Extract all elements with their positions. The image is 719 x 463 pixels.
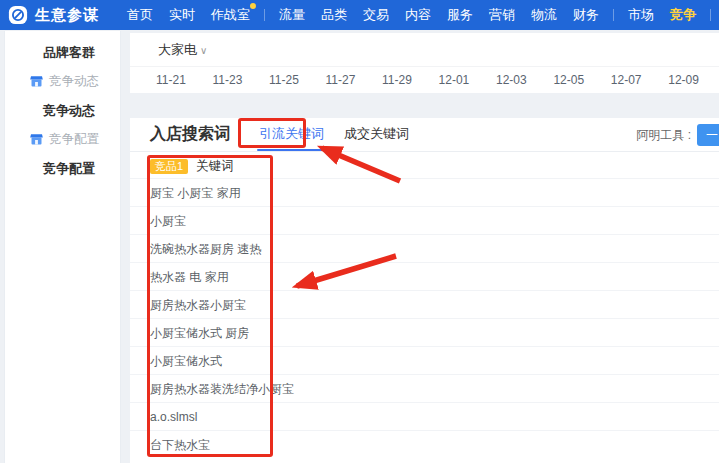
search-keywords-card: 入店搜索词 引流关键词 成交关键词 阿明工具 : 一 竞品1 关键词 厨宝 小厨… xyxy=(130,118,719,463)
notification-dot xyxy=(250,3,256,9)
nav-item-category[interactable]: 品类 xyxy=(313,0,355,30)
sidebar-item-competition-config-link[interactable]: 竞争配置 xyxy=(5,125,120,154)
keyword-row[interactable]: 厨房热水器小厨宝 xyxy=(130,290,719,318)
sidebar-item-competition-trends-link[interactable]: 竞争动态 xyxy=(5,67,120,96)
keyword-row[interactable]: 厨宝 小厨宝 家用 xyxy=(130,178,719,206)
tools-area: 阿明工具 : 一 xyxy=(636,118,719,152)
brand-name: 生意参谋 xyxy=(35,6,99,25)
search-section-header: 入店搜索词 引流关键词 成交关键词 阿明工具 : 一 xyxy=(130,118,719,152)
keyword-row[interactable]: 小厨宝 xyxy=(130,206,719,234)
active-tab-underline xyxy=(257,149,326,151)
axis-tick: 11-25 xyxy=(269,73,299,87)
nav-item-home[interactable]: 首页 xyxy=(119,0,161,30)
date-axis: 11-21 11-23 11-25 11-27 11-29 12-01 12-0… xyxy=(130,67,719,92)
keyword-row[interactable]: a.o.slmsl xyxy=(130,402,719,430)
nav-menu: 首页 实时 作战室 流量 品类 交易 内容 服务 营销 物流 财务 市场 竞争 xyxy=(119,0,717,30)
sidebar-item-brand-audience[interactable]: 品牌客群 xyxy=(5,38,120,67)
sidebar-item-competition-config[interactable]: 竞争配置 xyxy=(5,154,120,183)
axis-tick: 12-05 xyxy=(553,73,584,87)
nav-item-marketing[interactable]: 营销 xyxy=(481,0,523,30)
nav-divider xyxy=(710,9,711,21)
nav-item-realtime[interactable]: 实时 xyxy=(161,0,203,30)
axis-tick: 11-27 xyxy=(326,73,356,87)
tools-label: 阿明工具 : xyxy=(636,127,691,144)
nav-divider xyxy=(613,9,614,21)
nav-item-content[interactable]: 内容 xyxy=(397,0,439,30)
axis-tick: 12-01 xyxy=(439,73,470,87)
sidebar-item-label: 竞争配置 xyxy=(49,131,99,148)
keyword-row[interactable]: 小厨宝储水式 厨房 xyxy=(130,318,719,346)
nav-item-market[interactable]: 市场 xyxy=(620,0,662,30)
sidebar-item-label: 竞争动态 xyxy=(49,73,99,90)
nav-item-warroom[interactable]: 作战室 xyxy=(203,0,258,30)
brand[interactable]: 生意参谋 xyxy=(0,5,99,25)
shop-icon xyxy=(30,75,43,88)
timeline-card: 大家电∨ 11-21 11-23 11-25 11-27 11-29 12-01… xyxy=(130,33,719,93)
chevron-down-icon: ∨ xyxy=(200,45,207,56)
nav-item-traffic[interactable]: 流量 xyxy=(271,0,313,30)
keyword-row[interactable]: 台下热水宝 xyxy=(130,430,719,458)
tool-button[interactable]: 一 xyxy=(697,124,719,146)
axis-tick: 11-23 xyxy=(213,73,243,87)
keyword-tabs: 引流关键词 成交关键词 xyxy=(257,118,411,152)
nav-item-finance[interactable]: 财务 xyxy=(565,0,607,30)
nav-item-logistics[interactable]: 物流 xyxy=(523,0,565,30)
shop-icon xyxy=(30,133,43,146)
nav-item-competition[interactable]: 竞争 xyxy=(662,0,704,30)
axis-tick: 12-07 xyxy=(611,73,642,87)
column-header-keyword: 关键词 xyxy=(196,158,234,175)
sidebar: 品牌客群 竞争动态 竞争动态 竞争配置 竞争配置 xyxy=(4,31,121,463)
keyword-table-header: 竞品1 关键词 xyxy=(130,155,719,178)
axis-tick: 11-21 xyxy=(156,73,186,87)
keyword-row[interactable]: 小厨宝储水式 xyxy=(130,346,719,374)
tab-transaction-keywords[interactable]: 成交关键词 xyxy=(342,118,411,152)
nav-item-trade[interactable]: 交易 xyxy=(355,0,397,30)
section-title: 入店搜索词 xyxy=(130,124,230,145)
sycm-logo-icon xyxy=(8,5,28,25)
keyword-row[interactable]: 热水器 电 家用 xyxy=(130,262,719,290)
nav-item-service[interactable]: 服务 xyxy=(439,0,481,30)
category-dropdown[interactable]: 大家电∨ xyxy=(130,33,719,67)
top-nav: 生意参谋 首页 实时 作战室 流量 品类 交易 内容 服务 营销 物流 财务 市… xyxy=(0,0,719,30)
keyword-row[interactable]: 洗碗热水器厨房 速热 xyxy=(130,234,719,262)
axis-tick: 12-09 xyxy=(668,73,699,87)
axis-tick: 11-29 xyxy=(382,73,412,87)
competitor-badge: 竞品1 xyxy=(150,159,188,174)
sidebar-item-competition-trends[interactable]: 竞争动态 xyxy=(5,96,120,125)
keyword-row[interactable]: 厨房热水器装洗结净小厨宝 xyxy=(130,374,719,402)
nav-divider xyxy=(264,9,265,21)
category-label: 大家电 xyxy=(158,42,197,57)
axis-tick: 12-03 xyxy=(496,73,527,87)
tab-traffic-keywords[interactable]: 引流关键词 xyxy=(257,118,326,152)
keyword-table: 竞品1 关键词 厨宝 小厨宝 家用 小厨宝 洗碗热水器厨房 速热 热水器 电 家… xyxy=(130,152,719,458)
